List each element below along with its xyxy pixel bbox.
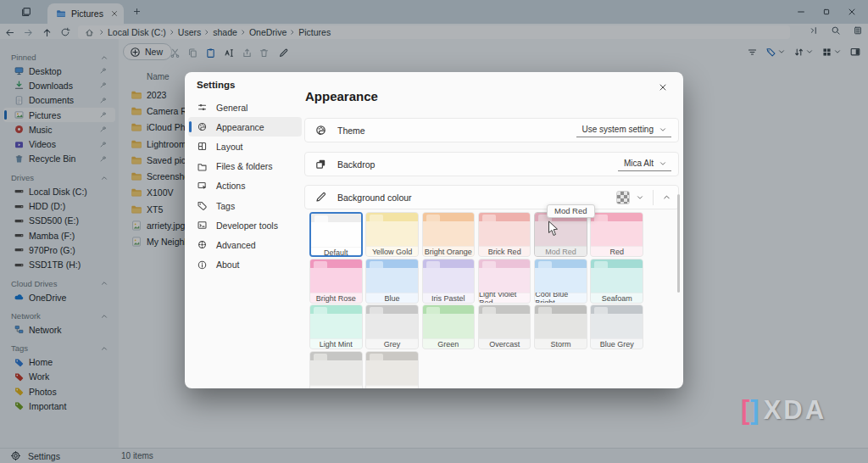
background-colour-grid: Default Yellow Gold Bright Orange Brick … (309, 212, 648, 388)
dialog-title: Settings (197, 80, 235, 90)
settings-nav-appearance[interactable]: Appearance (188, 117, 302, 137)
swatch-label: Grey (366, 338, 418, 349)
xda-watermark: []XDA (741, 395, 826, 426)
swatch-label: Iris Pastel (423, 293, 475, 304)
settings-nav: General Appearance Layout Files & folder… (185, 98, 305, 275)
pen-icon (314, 191, 327, 204)
swatch-label: Red (591, 246, 643, 257)
settings-nav-actions[interactable]: Actions (188, 176, 302, 196)
swatch-label: Overcast (479, 338, 531, 349)
swatch-preview (479, 213, 531, 246)
layout-icon (197, 141, 208, 152)
screenshot: Pictures Local Disk (C:) Users (0, 0, 868, 463)
swatch[interactable] (309, 351, 363, 389)
swatch-brick-red[interactable]: Brick Red (478, 212, 531, 257)
swatch-preview (479, 305, 531, 338)
swatch-label: Mod Red (535, 246, 587, 257)
swatch-overcast[interactable]: Overcast (478, 304, 531, 349)
swatch-preview (310, 259, 362, 293)
swatch-preview (366, 305, 418, 338)
dialog-close-icon[interactable] (653, 79, 673, 96)
swatch-blue[interactable]: Blue (365, 259, 419, 304)
swatch-label: Bright Orange (423, 246, 475, 257)
swatch-preview (423, 259, 475, 293)
page-title: Appearance (305, 89, 378, 103)
swatch-grey[interactable]: Grey (365, 304, 419, 349)
about-icon (197, 259, 208, 271)
swatch-preview (310, 305, 362, 338)
dialog-scrollbar[interactable] (677, 194, 680, 293)
collapse-expander-icon[interactable] (662, 192, 671, 202)
backdrop-dropdown[interactable]: Mica Alt (618, 157, 671, 171)
settings-nav-developer-tools[interactable]: Developer tools (188, 215, 302, 235)
swatch-preview (591, 259, 643, 293)
swatch-preview (311, 214, 361, 247)
swatch-preview (366, 352, 418, 385)
swatch-label: Brick Red (479, 246, 531, 257)
swatch-preview (535, 305, 587, 338)
swatch-preview (479, 259, 531, 293)
theme-dropdown[interactable]: Use system setting (576, 123, 671, 137)
swatch-red[interactable]: Red (590, 212, 643, 257)
swatch-label: Light Violet Red (479, 293, 531, 304)
swatch-label (310, 385, 362, 389)
swatch-light-violet-red[interactable]: Light Violet Red (478, 259, 531, 304)
settings-nav-layout[interactable]: Layout (188, 137, 302, 156)
swatch-light-mint[interactable]: Light Mint (309, 304, 363, 349)
swatch-label: Yellow Gold (366, 246, 418, 257)
mouse-cursor (548, 220, 559, 237)
swatch-cool-blue-bright[interactable]: Cool Blue Bright (534, 259, 587, 304)
swatch-blue-grey[interactable]: Blue Grey (590, 304, 643, 349)
swatch-seafoam[interactable]: Seafoam (590, 259, 643, 304)
swatch-preview (423, 305, 475, 338)
swatch-label: Storm (535, 338, 587, 349)
swatch-mod-red[interactable]: Mod Red (534, 212, 587, 257)
swatch-green[interactable]: Green (422, 304, 476, 349)
xda-logo-text: XDA (764, 395, 826, 425)
swatch-preview (591, 213, 643, 246)
swatch-bright-orange[interactable]: Bright Orange (422, 212, 476, 257)
swatch-label: Bright Rose (310, 293, 362, 304)
xda-bracket-left: [ (741, 395, 750, 425)
custom-colour-swatch-button[interactable] (616, 191, 630, 204)
folders-icon (197, 161, 208, 172)
swatch-iris-pastel[interactable]: Iris Pastel (422, 259, 476, 304)
dev-icon (197, 220, 208, 231)
swatch-bright-rose[interactable]: Bright Rose (309, 259, 363, 304)
swatch-label: Blue Grey (591, 338, 643, 349)
tags-icon (197, 200, 208, 211)
settings-nav-about[interactable]: About (188, 255, 302, 275)
swatch-label (366, 385, 418, 389)
settings-dialog: Settings General Appearance Layout (185, 72, 683, 388)
settings-nav-files-folders[interactable]: Files & folders (188, 157, 302, 176)
swatch-storm[interactable]: Storm (534, 304, 587, 349)
swatch-label: Green (423, 338, 475, 349)
swatch-default[interactable]: Default (309, 212, 363, 257)
settings-nav-general[interactable]: General (188, 98, 302, 117)
backdrop-setting-row: Backdrop Mica Alt (304, 152, 679, 176)
swatch-preview (366, 213, 418, 246)
backdrop-icon (314, 158, 327, 170)
swatch-label: Default (311, 247, 361, 257)
chevron-down-icon (659, 159, 667, 168)
settings-nav-tags[interactable]: Tags (188, 196, 302, 215)
swatch-label: Seafoam (591, 293, 643, 304)
xda-bracket-right: ] (750, 395, 760, 425)
swatch-preview (310, 352, 362, 385)
swatch-preview (535, 259, 587, 293)
swatch-yellow-gold[interactable]: Yellow Gold (365, 212, 419, 257)
divider (653, 190, 654, 205)
swatch-preview (366, 259, 418, 293)
swatch-preview (423, 213, 475, 246)
theme-palette-icon (314, 124, 327, 137)
selected-accent-bar (189, 121, 192, 132)
swatch[interactable] (365, 351, 419, 389)
advanced-icon (197, 239, 208, 250)
chevron-down-icon (659, 126, 667, 134)
swatch-label: Blue (366, 293, 418, 304)
swatch-label: Light Mint (310, 338, 362, 349)
actions-icon (197, 181, 208, 192)
chevron-down-icon[interactable] (636, 193, 644, 202)
background-colour-setting-row: Background colour (304, 185, 679, 209)
settings-nav-advanced[interactable]: Advanced (188, 235, 302, 254)
